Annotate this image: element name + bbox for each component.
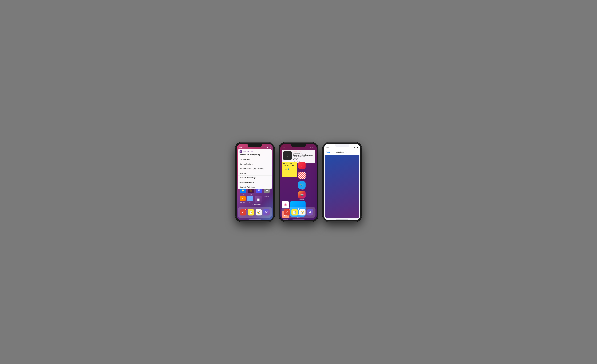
soor-app-icon[interactable]: Soor	[298, 172, 306, 180]
phone-3-notch	[335, 144, 349, 147]
wallcreator-app-icon-small: ⊞	[240, 150, 242, 153]
share-button[interactable]: ↑	[358, 151, 359, 153]
notes-dock-icon[interactable]: 📝	[248, 209, 254, 215]
tot-icon: T	[247, 196, 253, 201]
album-art: #	[283, 151, 292, 160]
wallpaper-menu-header: ⊞ WALLCREATOR	[238, 149, 272, 154]
todoist-badge-2: 12	[288, 209, 290, 210]
phone-3-screen: 2:54 ▲ ▮ Done #234BA8, #602979 ↑	[324, 144, 360, 220]
notes-dock-icon-2[interactable]: 📝	[291, 209, 298, 215]
up-next-song: Tiny Vessels	[293, 159, 314, 161]
music-label: Music	[300, 169, 303, 171]
wallpaper-menu-title: Choose a Wallpaper Type	[238, 154, 272, 157]
shortcuts-dock-icon-img-2: ⌘	[307, 209, 313, 215]
tot-label: Tot	[249, 202, 251, 203]
status-right: ▲ ▮	[266, 147, 271, 148]
soor-icon	[298, 172, 306, 179]
status-time-2: 2:53	[283, 147, 285, 148]
right-icons-col1: ♪ Music Soor	[298, 162, 306, 180]
menu-item-random-gradient[interactable]: Random Gradient	[238, 162, 272, 166]
slack-label: Slack	[250, 194, 252, 195]
menu-item-solid-color[interactable]: Solid Color	[238, 171, 272, 175]
now-playing-track: Codes and Keys	[293, 153, 314, 154]
right-icons-col2: 🐦 Twitter 📷 Instagram	[298, 181, 306, 200]
phone-1-screen: 2:53 ▲ ▮ ⊞ WALLCREATOR Choose a Wallpape…	[237, 144, 273, 220]
soor-stripes	[298, 172, 306, 179]
battery-icon: ▮	[270, 147, 271, 148]
status-right-3: ▲ ▮	[353, 147, 358, 148]
tot-app-icon[interactable]: T Tot	[247, 196, 253, 205]
widget-row-1: iOS 14 Review: Federico ← → BK Table of …	[282, 162, 315, 180]
battery-icon-3: ▮	[357, 147, 358, 148]
anybuffer-icon: ≡	[240, 196, 246, 201]
todoist-icon-2: ✓ 12	[284, 209, 290, 215]
music-app-icon[interactable]: ♪ Music	[298, 162, 306, 171]
anybuffer-app-icon[interactable]: ≡ Anybuffer	[240, 196, 246, 205]
wallcreator-label-grid: WallCreator	[256, 204, 261, 205]
signal-icon-2	[310, 147, 311, 148]
status-right-2: ▲ ▮	[310, 147, 314, 148]
notes-widget-content: iOS 14 Review: Federico ← → BK Table of …	[282, 162, 297, 177]
song-artist: Death Cab for Cutie	[293, 156, 314, 157]
files-label: Files	[242, 194, 244, 195]
menu-item-random-color[interactable]: Random Color	[238, 157, 272, 162]
menu-item-random-gradient-top[interactable]: Random Gradient (Top to Bottom)	[238, 166, 272, 171]
menu-item-gradient-diagonal[interactable]: Gradient - Diagonal	[238, 180, 272, 185]
status-time-3: 2:54	[326, 147, 329, 148]
wifi-icon-2: ▲	[312, 147, 313, 148]
notes-widget-title: iOS 14 Review: Federico ← → BK	[283, 163, 296, 166]
twitter-app-icon[interactable]: 🐦 Twitter	[298, 181, 306, 190]
shortcuts-dock-icon-2[interactable]: ⌘	[307, 209, 313, 215]
todoist-dock-icon[interactable]: ✓ 12	[240, 209, 246, 215]
notes-widget-time: 1:17 PM 👤	[283, 168, 296, 170]
signal-icon	[266, 147, 268, 148]
wallcreator-label: WALLCREATOR	[243, 151, 253, 152]
shortcuts-dock-icon[interactable]: ⌘	[263, 209, 270, 215]
menu-item-gradient-lr[interactable]: Gradient - Left to Right	[238, 175, 272, 180]
signal-icon-3	[353, 147, 355, 148]
instagram-label: Instagram	[299, 199, 304, 200]
up-next-label: UP NEXT	[293, 158, 314, 159]
instagram-app-icon[interactable]: 📷 Instagram	[298, 191, 306, 200]
phone-1-notch	[248, 144, 262, 147]
music-icon: ♪	[298, 162, 306, 169]
twitter-label: Twitter	[300, 189, 304, 190]
todoist-icon: ✓ 12	[240, 209, 246, 215]
safari-dock-icon-2[interactable]: 🧭	[299, 209, 306, 215]
now-playing-info: NOW PLAYING Codes and Keys Underneath th…	[293, 151, 314, 162]
phone-2-notch	[291, 144, 306, 147]
battery-icon-2: ▮	[314, 147, 314, 148]
phone-2-home-indicator	[292, 219, 305, 220]
phone-2-screen: 2:53 ▲ ▮ # NOW PLAYING Codes and Keys U	[280, 144, 317, 220]
notes-widget-content-text: Table of Contents:	[283, 166, 296, 168]
safari-icon-2: 🧭	[299, 209, 306, 215]
soor-label: Soor	[301, 179, 303, 180]
status-time: 2:53	[239, 147, 242, 148]
phone-2: 2:53 ▲ ▮ # NOW PLAYING Codes and Keys U	[279, 142, 318, 222]
song-title: Underneath the Sycamore	[293, 154, 314, 156]
phone-3-home-indicator	[336, 219, 348, 220]
shortcuts-dock-icon-img: ⌘	[263, 209, 270, 215]
phone-2-dock: ✓ 12 📝 🧭 ⌘	[282, 207, 315, 218]
wifi-icon: ▲	[268, 147, 269, 148]
todoist-dock-icon-2[interactable]: ✓ 12	[284, 209, 290, 215]
safari-dock-icon[interactable]: 🧭	[256, 209, 262, 215]
wallcreator-app-icon[interactable]: ⊞ WallCreator	[254, 196, 263, 205]
done-button[interactable]: Done	[326, 151, 330, 153]
gradient-title: #234BA8, #602979	[336, 151, 352, 153]
twitter-icon: 🐦	[298, 181, 306, 189]
album-hash-art: #	[283, 151, 292, 160]
app-row-2: ≡ Anybuffer T Tot ⊞ WallCreator	[238, 196, 272, 205]
wifi-icon-3: ▲	[355, 147, 357, 148]
phone-1: 2:53 ▲ ▮ ⊞ WALLCREATOR Choose a Wallpape…	[236, 142, 274, 222]
anybuffer-label: Anybuffer	[240, 202, 245, 203]
notes-icon-2: 📝	[291, 209, 298, 215]
safari-icon: 🧭	[256, 209, 262, 215]
menu-item-gradient-bottom[interactable]: Gradient - To Bottom	[238, 185, 272, 189]
notes-widget-cell[interactable]: iOS 14 Review: Federico ← → BK Table of …	[282, 162, 297, 177]
wallcreator-icon: ⊞	[255, 196, 262, 203]
wallpaper-menu[interactable]: ⊞ WALLCREATOR Choose a Wallpaper Type Ra…	[238, 149, 272, 189]
soor-widget-label: Soor	[280, 161, 317, 162]
todoist-badge: 12	[245, 209, 247, 210]
fantastical-label: Fantastical	[283, 219, 288, 220]
